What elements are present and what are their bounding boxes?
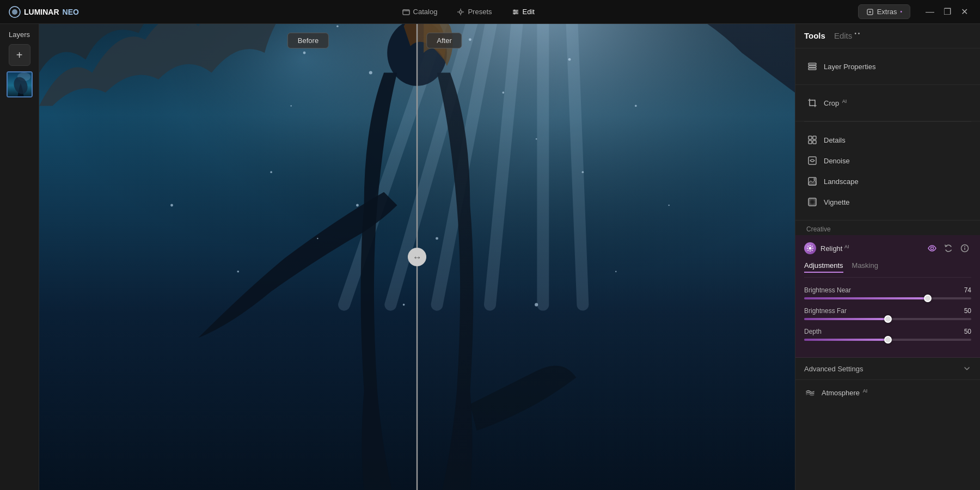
svg-line-71 <box>808 246 808 247</box>
relight-body: Adjustments Masking Brightness Near 74 <box>795 261 980 357</box>
depth-thumb[interactable] <box>884 336 892 344</box>
vignette-icon <box>806 196 818 208</box>
brightness-near-thumb[interactable] <box>924 295 932 302</box>
tab-edits[interactable]: Edits • <box>834 30 860 41</box>
svg-point-18 <box>17 72 30 81</box>
svg-point-40 <box>317 238 318 239</box>
tools-list-section: Details Denoise <box>795 122 980 220</box>
nav-presets-label: Presets <box>468 8 492 16</box>
extras-dot: • <box>900 9 902 15</box>
brightness-near-slider-row: Brightness Near 74 <box>804 286 971 299</box>
advanced-chevron-icon <box>963 364 971 373</box>
svg-point-33 <box>369 71 372 74</box>
relight-info-button[interactable] <box>958 242 971 255</box>
crop-svg-icon <box>807 98 817 108</box>
creative-section-header: Creative <box>795 220 980 235</box>
svg-line-73 <box>812 246 812 247</box>
brightness-far-fill <box>804 318 888 320</box>
relight-actions <box>926 242 971 255</box>
tab-tools[interactable]: Tools <box>804 31 825 41</box>
svg-point-13 <box>513 13 515 14</box>
layers-panel: Layers + <box>0 24 39 490</box>
panel-tabs: Tools Edits • <box>795 24 980 48</box>
svg-point-48 <box>237 271 239 273</box>
vignette-svg-icon <box>807 197 817 207</box>
details-icon <box>806 134 818 146</box>
add-layer-button[interactable]: + <box>9 44 30 66</box>
svg-point-37 <box>536 138 537 139</box>
after-button[interactable]: After <box>426 33 462 48</box>
svg-line-72 <box>812 250 812 250</box>
nav-catalog-label: Catalog <box>413 8 438 16</box>
brightness-far-header: Brightness Far 50 <box>804 307 971 315</box>
brightness-far-track[interactable] <box>804 318 971 320</box>
nav-edit[interactable]: Edit <box>503 4 543 19</box>
denoise-svg-icon <box>807 156 817 166</box>
relight-subtab-adjustments[interactable]: Adjustments <box>804 261 843 273</box>
denoise-label: Denoise <box>824 157 969 165</box>
advanced-settings-section[interactable]: Advanced Settings <box>795 358 980 380</box>
nav-catalog[interactable]: Catalog <box>394 4 446 19</box>
svg-point-49 <box>170 204 173 207</box>
reset-icon <box>944 244 953 253</box>
extras-label: Extras <box>877 8 897 16</box>
canvas-image-svg: ↔ <box>39 24 795 490</box>
layer-properties-item[interactable]: Layer Properties <box>804 56 971 77</box>
relight-visibility-button[interactable] <box>926 242 939 255</box>
landscape-svg-icon <box>807 176 817 186</box>
details-item[interactable]: Details <box>804 130 971 150</box>
svg-point-75 <box>931 247 934 250</box>
layer-stack-icon <box>807 62 817 71</box>
svg-rect-57 <box>808 136 812 139</box>
app-logo: LUMINAR NEO <box>9 6 79 18</box>
svg-point-30 <box>303 52 306 54</box>
svg-point-46 <box>615 271 616 272</box>
crop-item[interactable]: Crop AI <box>804 93 971 113</box>
denoise-item[interactable]: Denoise <box>804 150 971 171</box>
preset-icon <box>457 8 464 16</box>
atmosphere-ai-badge: AI <box>863 388 868 394</box>
maximize-button[interactable]: ❐ <box>941 5 954 19</box>
atmosphere-icon <box>804 387 816 399</box>
relight-header[interactable]: Relight AI <box>795 235 980 261</box>
svg-point-35 <box>469 38 471 41</box>
brightness-far-thumb[interactable] <box>884 315 892 323</box>
svg-point-34 <box>270 171 272 173</box>
brightness-far-label: Brightness Far <box>804 307 847 315</box>
depth-track[interactable] <box>804 339 971 341</box>
svg-rect-55 <box>808 68 816 70</box>
titlebar-nav: Catalog Presets Edit <box>394 4 543 19</box>
relight-panel: Relight AI <box>795 235 980 358</box>
nav-presets[interactable]: Presets <box>448 4 500 19</box>
close-button[interactable]: ✕ <box>958 5 971 19</box>
relight-subtab-masking[interactable]: Masking <box>852 261 878 273</box>
svg-point-78 <box>964 246 965 247</box>
layer-thumbnail[interactable] <box>7 71 33 97</box>
brightness-near-label: Brightness Near <box>804 286 851 294</box>
landscape-item[interactable]: Landscape <box>804 171 971 192</box>
svg-point-1 <box>12 9 17 15</box>
svg-point-44 <box>436 237 438 240</box>
minimize-button[interactable]: — <box>923 5 936 19</box>
before-button[interactable]: Before <box>287 33 329 48</box>
folder-icon <box>402 8 410 16</box>
layer-properties-section: Layer Properties <box>795 48 980 85</box>
svg-point-32 <box>290 105 291 106</box>
relight-reset-button[interactable] <box>942 242 955 255</box>
vignette-item[interactable]: Vignette <box>804 192 971 212</box>
atmosphere-item[interactable]: Atmosphere AI <box>795 380 980 405</box>
depth-slider-row: Depth 50 <box>804 328 971 341</box>
nav-edit-label: Edit <box>523 8 535 16</box>
denoise-icon <box>806 155 818 167</box>
split-image: ↔ <box>39 24 795 490</box>
brightness-far-value: 50 <box>955 307 971 315</box>
brightness-near-track[interactable] <box>804 297 971 299</box>
extras-button[interactable]: Extras • <box>858 4 910 19</box>
svg-rect-65 <box>808 198 816 206</box>
svg-point-41 <box>356 204 359 207</box>
svg-point-3 <box>460 10 462 13</box>
titlebar-right: Extras • — ❐ ✕ <box>858 4 971 19</box>
depth-label: Depth <box>804 328 822 335</box>
canvas-area: ↔ Before After <box>39 24 795 490</box>
luminar-logo-icon <box>9 6 21 18</box>
